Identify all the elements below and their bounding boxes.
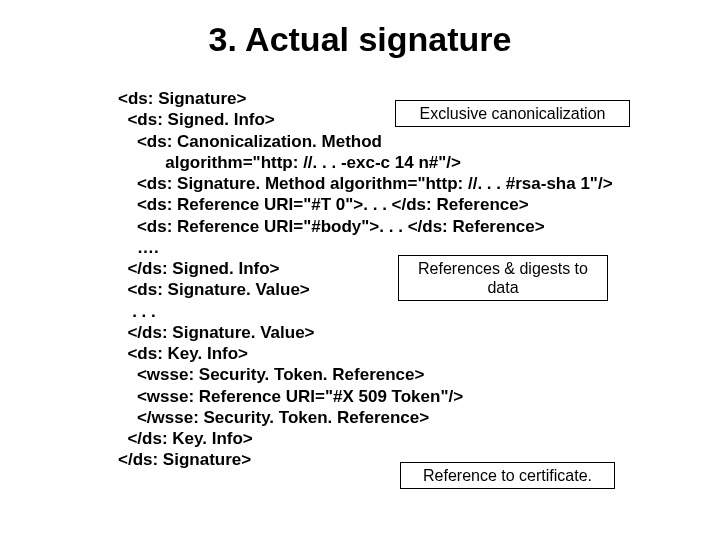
code-line: <ds: Signature. Value> [118, 280, 310, 299]
code-line: <ds: Reference URI="#T 0">. . . </ds: Re… [118, 195, 529, 214]
code-line: <ds: Signed. Info> [118, 110, 275, 129]
code-line: <ds: Reference URI="#body">. . . </ds: R… [118, 217, 545, 236]
code-line: <wsse: Reference URI="#X 509 Token"/> [118, 387, 463, 406]
code-line: <ds: Canonicalization. Method [118, 132, 382, 151]
code-line: </ds: Signature> [118, 450, 251, 469]
callout-exclusive-canonicalization: Exclusive canonicalization [395, 100, 630, 127]
code-line: </wsse: Security. Token. Reference> [118, 408, 429, 427]
code-line: . . . [118, 302, 156, 321]
slide-title: 3. Actual signature [0, 20, 720, 59]
callout-reference-certificate: Reference to certificate. [400, 462, 615, 489]
code-line: </ds: Signed. Info> [118, 259, 280, 278]
code-line: <wsse: Security. Token. Reference> [118, 365, 424, 384]
code-line: …. [118, 238, 163, 257]
code-line: <ds: Key. Info> [118, 344, 248, 363]
code-line: </ds: Key. Info> [118, 429, 253, 448]
code-line: <ds: Signature> [118, 89, 246, 108]
code-line: <ds: Signature. Method algorithm="http: … [118, 174, 613, 193]
code-line: </ds: Signature. Value> [118, 323, 315, 342]
callout-references-digests: References & digests to data [398, 255, 608, 301]
code-line: algorithm="http: //. . . -exc-c 14 n#"/> [118, 153, 461, 172]
